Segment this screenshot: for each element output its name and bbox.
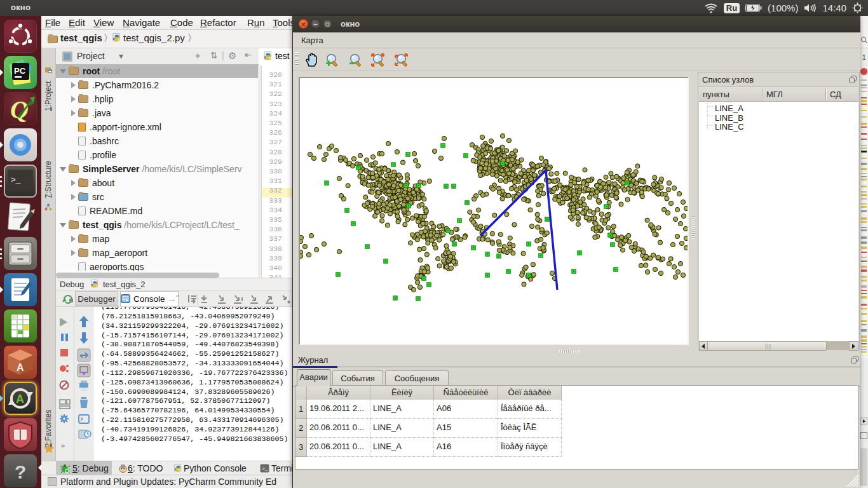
svg-text:?: ? <box>15 461 26 482</box>
svg-text:»: » <box>61 442 65 449</box>
svg-text:A: A <box>17 362 24 373</box>
svg-text:PC: PC <box>14 66 26 76</box>
svg-text:>_: >_ <box>11 175 21 185</box>
svg-text:>_: >_ <box>262 466 268 471</box>
svg-text:Q: Q <box>10 95 29 124</box>
svg-text:A: A <box>16 393 24 405</box>
